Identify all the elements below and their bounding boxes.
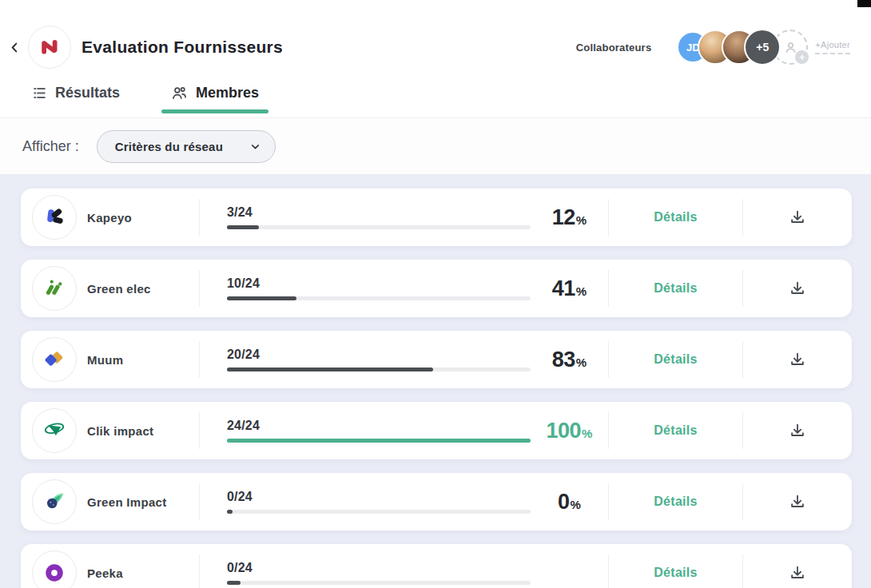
score-label: 3/24	[227, 205, 531, 220]
percent-sign: %	[576, 356, 587, 369]
percent-value: 41%	[531, 276, 608, 301]
people-icon	[171, 85, 188, 101]
progress-bar-fill	[227, 368, 433, 371]
progress-bar	[227, 296, 531, 300]
download-icon	[789, 280, 806, 297]
project-logo	[28, 26, 71, 69]
percent-value: 83%	[531, 348, 608, 372]
kapeyo-logo-icon	[32, 195, 77, 240]
progress-section: 24/24	[227, 419, 531, 443]
supplier-name: Peeka	[87, 566, 199, 580]
tab-bar: Résultats Membres	[0, 80, 871, 113]
list-icon	[32, 85, 47, 101]
avatar-overflow-count[interactable]: +5	[744, 29, 781, 66]
tab-members[interactable]: Membres	[169, 80, 261, 113]
supplier-name: Green elec	[87, 282, 199, 296]
divider	[199, 270, 200, 307]
criteria-dropdown-value: Critères du réseau	[115, 140, 223, 153]
download-icon	[789, 209, 806, 226]
score-label: 10/24	[227, 276, 531, 291]
n-logo-icon	[38, 35, 62, 59]
collaborators-avatar-stack: JD +5 +	[677, 29, 808, 66]
download-icon	[789, 351, 806, 368]
progress-bar	[227, 439, 531, 443]
details-button[interactable]: Détails	[649, 280, 702, 296]
supplier-row: Clik impact 24/24 100% Détails	[21, 402, 852, 459]
progress-bar-fill	[227, 296, 296, 300]
progress-bar-fill	[227, 510, 233, 514]
download-button[interactable]	[785, 276, 809, 300]
tab-results-label: Résultats	[55, 85, 120, 101]
divider	[199, 483, 200, 520]
supplier-row: Kapeyo 3/24 12% Détails	[21, 189, 852, 246]
supplier-name: Kapeyo	[87, 211, 199, 224]
progress-section: 10/24	[227, 276, 531, 300]
filter-bar: Afficher : Critères du réseau	[0, 118, 871, 174]
download-button[interactable]	[785, 419, 809, 443]
progress-section: 3/24	[227, 205, 531, 229]
progress-bar	[227, 225, 531, 229]
supplier-row: Green elec 10/24 41% Détails	[21, 260, 852, 317]
percent-number: 83	[552, 348, 575, 371]
header: Evaluation Fournisseurs Collaborateurs J…	[0, 0, 871, 118]
supplier-name: Muum	[87, 353, 199, 367]
download-button[interactable]	[785, 561, 809, 585]
criteria-dropdown[interactable]: Critères du réseau	[97, 130, 276, 163]
progress-section: 0/24	[227, 490, 531, 514]
percent-sign: %	[576, 213, 587, 227]
details-button[interactable]: Détails	[649, 352, 702, 368]
supplier-name: Green Impact	[87, 495, 199, 509]
details-button[interactable]: Détails	[649, 423, 702, 439]
percent-sign: %	[582, 427, 592, 440]
muum-logo-icon	[32, 337, 77, 382]
progress-bar	[227, 581, 531, 585]
supplier-row: Green Impact 0/24 0% Détails	[21, 473, 852, 530]
chevron-down-icon	[249, 141, 261, 153]
header-top: Evaluation Fournisseurs Collaborateurs J…	[0, 0, 871, 74]
percent-value: 12%	[531, 205, 608, 230]
score-label: 20/24	[227, 348, 531, 362]
add-collaborator-label[interactable]: +Ajouter	[815, 40, 850, 54]
page-title: Evaluation Fournisseurs	[82, 38, 283, 57]
tab-members-label: Membres	[196, 85, 259, 101]
supplier-name: Clik impact	[87, 424, 199, 438]
progress-bar-fill	[227, 439, 531, 443]
percent-sign: %	[571, 498, 581, 511]
score-label: 0/24	[227, 561, 531, 575]
details-button[interactable]: Détails	[649, 209, 702, 225]
download-button[interactable]	[785, 348, 809, 371]
details-button[interactable]: Détails	[649, 494, 702, 510]
download-icon	[789, 422, 806, 439]
screen-corner-artifact	[857, 0, 871, 7]
download-button[interactable]	[785, 205, 809, 229]
progress-bar-fill	[227, 581, 241, 585]
download-icon	[789, 564, 806, 582]
percent-number: 41	[552, 276, 575, 300]
progress-section: 20/24	[227, 348, 531, 371]
download-button[interactable]	[785, 490, 809, 514]
divider	[199, 341, 200, 378]
chevron-left-icon	[8, 41, 22, 54]
peeka-logo-icon	[32, 550, 77, 588]
percent-value: 100%	[531, 419, 608, 443]
progress-bar	[227, 368, 531, 371]
collaborators-label: Collaborateurs	[576, 42, 652, 54]
green-elec-logo-icon	[32, 266, 77, 311]
score-label: 24/24	[227, 419, 531, 433]
divider	[199, 199, 200, 236]
tab-results[interactable]: Résultats	[30, 80, 121, 113]
back-button[interactable]	[6, 39, 23, 56]
progress-bar-fill	[227, 225, 259, 229]
percent-value: 0%	[531, 490, 608, 514]
filter-label: Afficher :	[22, 138, 79, 155]
divider	[199, 554, 200, 588]
score-label: 0/24	[227, 490, 531, 504]
percent-number: 100	[547, 419, 582, 443]
details-button[interactable]: Détails	[649, 565, 702, 581]
clik-impact-logo-icon	[32, 408, 77, 453]
progress-section: 0/24	[227, 561, 531, 585]
progress-bar	[227, 510, 531, 514]
app-window: Evaluation Fournisseurs Collaborateurs J…	[0, 0, 871, 588]
percent-number: 0	[558, 490, 570, 514]
percent-sign: %	[576, 284, 587, 298]
